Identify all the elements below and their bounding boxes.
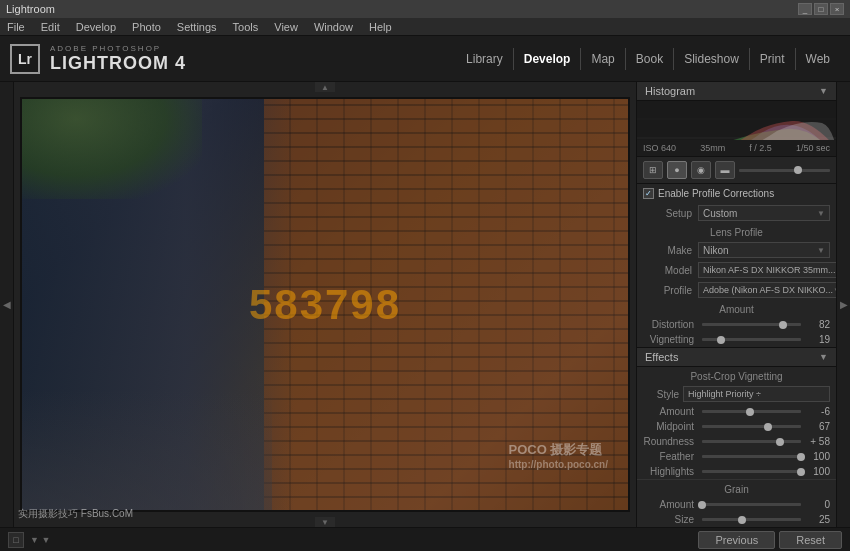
nav-web[interactable]: Web	[795, 48, 840, 70]
histogram-title: Histogram	[645, 85, 695, 97]
menu-photo[interactable]: Photo	[129, 20, 164, 34]
nav-footer-buttons: Previous Reset	[698, 531, 842, 549]
menu-develop[interactable]: Develop	[73, 20, 119, 34]
left-toggle-icon: ◀	[3, 299, 11, 310]
panel-collapse-bottom[interactable]: ▼	[315, 517, 335, 527]
left-sidebar-toggle[interactable]: ◀	[0, 82, 14, 527]
distortion-slider[interactable]	[702, 323, 801, 326]
roundness-label: Roundness	[643, 436, 698, 447]
maximize-button[interactable]: □	[814, 3, 828, 15]
menu-settings[interactable]: Settings	[174, 20, 220, 34]
nav-book[interactable]: Book	[625, 48, 673, 70]
distortion-value: 82	[805, 319, 830, 330]
nav-develop[interactable]: Develop	[513, 48, 581, 70]
menu-edit[interactable]: Edit	[38, 20, 63, 34]
iso-value: ISO 640	[643, 143, 676, 153]
distortion-label: Distortion	[643, 319, 698, 330]
menu-view[interactable]: View	[271, 20, 301, 34]
spot-tool-button[interactable]: ●	[667, 161, 687, 179]
roundness-slider[interactable]	[702, 440, 801, 443]
grain-amount-thumb[interactable]	[698, 501, 706, 509]
make-dropdown[interactable]: Nikon ▼	[698, 242, 830, 258]
feather-slider[interactable]	[702, 455, 801, 458]
histogram-svg	[637, 101, 836, 140]
style-row: Style Highlight Priority ÷	[637, 384, 836, 404]
tool-slider-thumb[interactable]	[794, 166, 802, 174]
enable-profile-checkbox[interactable]: ✓	[643, 188, 654, 199]
effects-header[interactable]: Effects ▼	[637, 347, 836, 367]
nav-print[interactable]: Print	[749, 48, 795, 70]
vignetting-row: Vignetting 19	[637, 332, 836, 347]
midpoint-slider[interactable]	[702, 425, 801, 428]
midpoint-thumb[interactable]	[764, 423, 772, 431]
view-mode-button[interactable]: □	[8, 532, 24, 548]
highlights-slider[interactable]	[702, 470, 801, 473]
model-dropdown[interactable]: Nikon AF-S DX NIKKOR 35mm... ▼	[698, 262, 836, 278]
menu-file[interactable]: File	[4, 20, 28, 34]
nav-library[interactable]: Library	[456, 48, 513, 70]
bottom-left-controls: □ ▼ ▼	[8, 532, 50, 548]
grain-amount-label: Amount	[643, 499, 698, 510]
roundness-thumb[interactable]	[776, 438, 784, 446]
shutter-value: 1/50 sec	[796, 143, 830, 153]
vignetting-slider[interactable]	[702, 338, 801, 341]
nav-slideshow[interactable]: Slideshow	[673, 48, 749, 70]
style-label: Style	[643, 389, 683, 400]
setup-label: Setup	[643, 208, 698, 219]
feather-label: Feather	[643, 451, 698, 462]
crop-tool-button[interactable]: ⊞	[643, 161, 663, 179]
effect-amount-value: -6	[805, 406, 830, 417]
redeye-tool-button[interactable]: ◉	[691, 161, 711, 179]
grain-size-thumb[interactable]	[738, 516, 746, 524]
foliage-overlay	[22, 99, 202, 199]
graduated-tool-button[interactable]: ▬	[715, 161, 735, 179]
profile-dropdown[interactable]: Adobe (Nikon AF-S DX NIKKO... ▼	[698, 282, 836, 298]
street-overlay	[22, 390, 272, 510]
setup-dropdown[interactable]: Custom ▼	[698, 205, 830, 221]
main-nav: Library Develop Map Book Slideshow Print…	[456, 48, 840, 70]
vignetting-thumb[interactable]	[717, 336, 725, 344]
zoom-indicator: ▼ ▼	[30, 535, 50, 545]
profile-label: Profile	[643, 285, 698, 296]
effect-amount-row: Amount -6	[637, 404, 836, 419]
histogram-toggle-icon: ▼	[819, 86, 828, 96]
grain-size-slider[interactable]	[702, 518, 801, 521]
midpoint-label: Midpoint	[643, 421, 698, 432]
effect-amount-slider[interactable]	[702, 410, 801, 413]
make-row: Make Nikon ▼	[637, 240, 836, 260]
nav-map[interactable]: Map	[580, 48, 624, 70]
feather-thumb[interactable]	[797, 453, 805, 461]
app-name: LIGHTROOM 4	[50, 53, 186, 74]
panel-collapse-top[interactable]: ▲	[315, 82, 335, 92]
title-bar: Lightroom _ □ ×	[0, 0, 850, 18]
tool-slider-area	[739, 169, 830, 172]
right-panel: Histogram ▼ ISO	[636, 82, 836, 527]
menu-tools[interactable]: Tools	[230, 20, 262, 34]
up-arrow-icon: ▲	[321, 83, 329, 92]
previous-button[interactable]: Previous	[698, 531, 775, 549]
grain-amount-slider[interactable]	[702, 503, 801, 506]
enable-profile-row: ✓ Enable Profile Corrections	[637, 184, 836, 203]
main-content: ◀ ▲ 583798 POCO 摄	[0, 82, 850, 527]
highlights-label: Highlights	[643, 466, 698, 477]
feather-value: 100	[805, 451, 830, 462]
tool-main-slider[interactable]	[739, 169, 830, 172]
setup-dropdown-icon: ▼	[817, 209, 825, 218]
menu-help[interactable]: Help	[366, 20, 395, 34]
brick-overlay	[264, 99, 628, 510]
close-button[interactable]: ×	[830, 3, 844, 15]
minimize-button[interactable]: _	[798, 3, 812, 15]
app-title-block: ADOBE PHOTOSHOP LIGHTROOM 4	[50, 44, 186, 74]
vignetting-label: Vignetting	[643, 334, 698, 345]
effect-amount-thumb[interactable]	[746, 408, 754, 416]
distortion-thumb[interactable]	[779, 321, 787, 329]
grain-size-label: Size	[643, 514, 698, 525]
menu-window[interactable]: Window	[311, 20, 356, 34]
right-sidebar-toggle[interactable]: ▶	[836, 82, 850, 527]
amount-section-label: Amount	[637, 300, 836, 317]
photo-panel: ▲ 583798 POCO 摄影专题 http://photo.p	[14, 82, 636, 527]
highlights-thumb[interactable]	[797, 468, 805, 476]
style-dropdown[interactable]: Highlight Priority ÷	[683, 386, 830, 402]
histogram-header[interactable]: Histogram ▼	[637, 82, 836, 101]
reset-button[interactable]: Reset	[779, 531, 842, 549]
